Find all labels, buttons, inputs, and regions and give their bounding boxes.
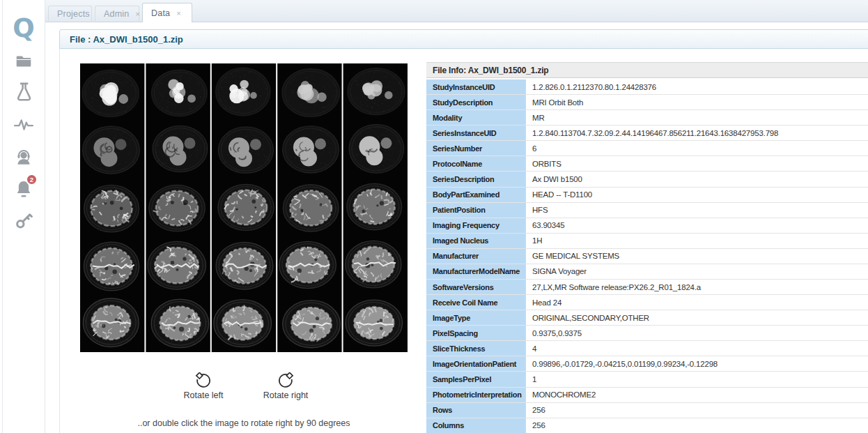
table-row: SliceThickness 4: [426, 341, 868, 356]
rotate-left-icon: [195, 372, 212, 389]
file-info-row-value: MONOCHROME2: [527, 388, 868, 402]
file-info-row-value: ORBITS: [527, 156, 868, 171]
table-row: SeriesDescription Ax DWI b1500: [426, 172, 868, 187]
tab-projects[interactable]: Projects: [48, 6, 92, 21]
table-row: ManufacturerModelName SIGNA Voyager: [426, 264, 868, 280]
mri-montage[interactable]: [80, 63, 408, 352]
rotate-right-button[interactable]: Rotate right: [254, 372, 317, 400]
table-row: StudyInstanceUID 1.2.826.0.1.2112370.80.…: [426, 79, 868, 95]
table-row: SamplesPerPixel 1: [426, 372, 868, 387]
file-info-row-value: SIGNA Voyager: [527, 264, 868, 279]
file-info-row-label: Imaging Frequency: [426, 218, 527, 233]
file-info-row-label: BodyPartExamined: [426, 188, 527, 202]
file-info-row-value: 1: [527, 372, 868, 386]
support-headset-icon: [14, 146, 33, 167]
table-row: ImageOrientationPatient 0.99896,-0.01729…: [426, 356, 868, 372]
close-icon[interactable]: ×: [176, 9, 181, 17]
table-row: BodyPartExamined HEAD -- T-D1100: [426, 188, 868, 203]
file-info-row-label: SeriesDescription: [426, 172, 527, 186]
table-row: Rows 256: [426, 403, 868, 418]
activity-icon: [13, 116, 34, 134]
tab-label: Projects: [57, 9, 90, 19]
file-info-row-label: StudyInstanceUID: [426, 79, 527, 94]
table-row: SoftwareVersions 27,LX,MR Software relea…: [426, 280, 868, 295]
sidebar-item-support[interactable]: [3, 146, 45, 167]
file-info-row-value: MRI Orbit Both: [527, 95, 868, 109]
tab-bar: Projects Admin × Data ×: [45, 0, 868, 22]
file-info-row-label: PhotometricInterpretation: [426, 388, 527, 402]
table-row: PixelSpacing 0.9375,0.9375: [426, 326, 868, 341]
file-info-row-value: 1H: [527, 234, 868, 248]
table-row: ProtocolName ORBITS: [426, 156, 868, 172]
file-panel-title: File : Ax_DWI_b1500_1.zip: [70, 34, 183, 45]
file-info-row-label: ImageType: [426, 310, 527, 325]
file-info-row-label: Columns: [426, 418, 527, 433]
table-row: ImageType ORIGINAL,SECONDARY,OTHER: [426, 310, 868, 326]
folder-icon: [14, 52, 33, 70]
file-info-row-value: HFS: [527, 203, 868, 218]
file-info-row-label: Receive Coil Name: [426, 295, 527, 310]
sidebar-item-projects[interactable]: [3, 52, 45, 70]
table-row: SeriesInstanceUID 1.2.840.113704.7.32.09…: [426, 126, 868, 141]
app-logo[interactable]: Q: [3, 15, 45, 41]
file-info-rows: StudyInstanceUID 1.2.826.0.1.2112370.80.…: [426, 79, 868, 433]
file-info-row-value: Head 24: [527, 295, 868, 310]
rotate-right-icon: [277, 372, 294, 389]
logo-q-icon: Q: [13, 15, 34, 41]
table-row: Imaged Nucleus 1H: [426, 234, 868, 249]
file-info-row-value: 27,LX,MR Software release:PX26.2_R01_182…: [527, 280, 868, 294]
file-info-row-value: HEAD -- T-D1100: [527, 188, 868, 202]
sidebar-item-activity[interactable]: [3, 116, 45, 134]
file-info-row-value: 256: [527, 403, 868, 418]
file-info-row-label: SeriesNumber: [426, 141, 527, 155]
notification-count-badge: 2: [26, 174, 38, 185]
file-info-row-label: ImageOrientationPatient: [426, 356, 527, 371]
flask-icon: [14, 82, 33, 102]
table-row: PhotometricInterpretation MONOCHROME2: [426, 388, 868, 403]
file-info-row-label: SeriesInstanceUID: [426, 126, 527, 140]
tab-label: Admin: [104, 9, 129, 19]
sidebar-item-keys[interactable]: [3, 210, 45, 231]
table-row: Modality MR: [426, 110, 868, 126]
rotate-hint-text: ..or double click the image to rotate ri…: [80, 418, 408, 428]
panel-border: [59, 49, 60, 433]
rotate-left-button[interactable]: Rotate left: [172, 372, 235, 400]
file-info-header: File Info: Ax_DWI_b1500_1.zip: [426, 62, 868, 78]
file-info-row-value: MR: [527, 110, 868, 125]
file-info-row-label: Manufacturer: [426, 249, 527, 264]
tab-data[interactable]: Data ×: [142, 3, 192, 22]
table-row: StudyDescription MRI Orbit Both: [426, 95, 868, 110]
file-info-table: File Info: Ax_DWI_b1500_1.zip StudyInsta…: [426, 62, 868, 433]
file-info-row-label: PatientPosition: [426, 203, 527, 218]
file-info-row-label: Imaged Nucleus: [426, 234, 527, 248]
tab-admin[interactable]: Admin ×: [95, 6, 139, 21]
file-info-row-value: 4: [527, 341, 868, 356]
file-info-row-label: ManufacturerModelName: [426, 264, 527, 279]
file-info-row-label: ProtocolName: [426, 156, 527, 171]
table-row: Receive Coil Name Head 24: [426, 295, 868, 310]
table-row: Imaging Frequency 63.90345: [426, 218, 868, 234]
file-info-row-value: 63.90345: [527, 218, 868, 233]
table-row: SeriesNumber 6: [426, 141, 868, 156]
sidebar-item-experiments[interactable]: [3, 82, 45, 102]
file-info-row-value: 0.9375,0.9375: [527, 326, 868, 340]
file-info-row-label: Rows: [426, 403, 527, 418]
sidebar-item-notifications[interactable]: [3, 178, 45, 201]
app-window: Q: [0, 0, 868, 433]
file-info-row-label: SamplesPerPixel: [426, 372, 527, 386]
table-row: Manufacturer GE MEDICAL SYSTEMS: [426, 249, 868, 264]
file-info-row-value: Ax DWI b1500: [527, 172, 868, 186]
file-info-row-value: 1.2.840.113704.7.32.09.2.44.14196467.856…: [527, 126, 868, 140]
table-row: PatientPosition HFS: [426, 203, 868, 218]
rotate-right-label: Rotate right: [254, 390, 317, 400]
file-info-row-value: 1.2.826.0.1.2112370.80.1.24428376: [527, 79, 868, 94]
file-info-row-value: 6: [527, 141, 868, 155]
file-info-row-value: GE MEDICAL SYSTEMS: [527, 249, 868, 264]
close-icon[interactable]: ×: [135, 10, 140, 18]
file-info-row-label: PixelSpacing: [426, 326, 527, 340]
key-icon: [14, 210, 33, 231]
file-info-row-value: 256: [527, 418, 868, 433]
file-info-row-label: SoftwareVersions: [426, 280, 527, 294]
file-info-row-value: 0.99896,-0.01729,-0.04215,0.01199,0.9923…: [527, 356, 868, 371]
table-row: Columns 256: [426, 418, 868, 433]
